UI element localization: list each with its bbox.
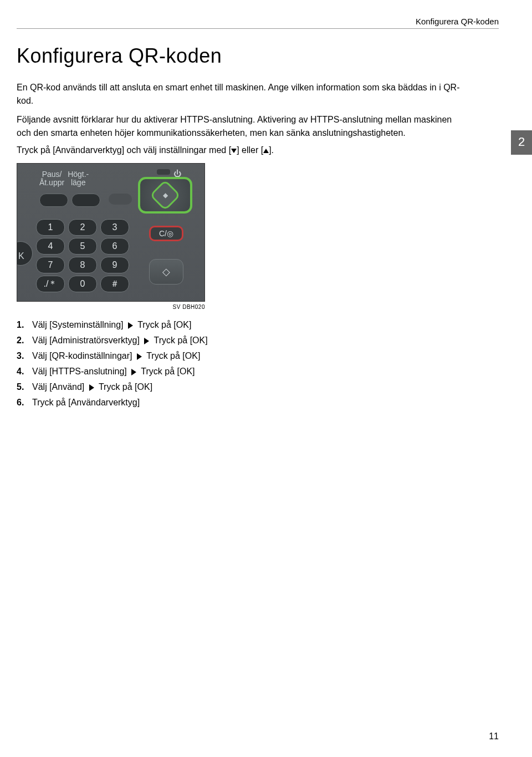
right-triangle-icon	[131, 369, 136, 375]
intro-paragraph-2: Följande avsnitt förklarar hur du aktive…	[17, 113, 460, 140]
intro-paragraph-1: En QR-kod används till att ansluta en sm…	[17, 81, 460, 108]
numeric-keypad: 1 2 3 4 5 6 7 8 9 ./＊ 0 ＃	[36, 219, 129, 292]
step-5-prefix: Välj [Använd]	[32, 382, 84, 392]
step-2: Välj [Administratörsverktyg] Tryck på [O…	[17, 336, 499, 346]
key-9: 9	[100, 257, 129, 273]
step-1-prefix: Välj [Systeminställning]	[32, 320, 124, 329]
steps-list: Välj [Systeminställning] Tryck på [OK] V…	[17, 320, 499, 408]
step-5: Välj [Använd] Tryck på [OK]	[17, 382, 499, 392]
label-hogt-l2: läge	[68, 179, 89, 187]
step-2-suffix: Tryck på [OK]	[154, 336, 207, 345]
key-star: ./＊	[36, 276, 65, 292]
key-3: 3	[100, 219, 129, 236]
right-triangle-icon	[144, 338, 149, 344]
step-4-prefix: Välj [HTTPS-anslutning]	[32, 367, 127, 376]
pill-button-2	[71, 194, 100, 207]
step-1: Välj [Systeminställning] Tryck på [OK]	[17, 320, 499, 330]
section-tab: 2	[511, 130, 532, 155]
step-3-suffix: Tryck på [OK]	[146, 351, 200, 360]
running-header: Konfigurera QR-koden	[17, 17, 499, 29]
clear-button-highlight: C/◎	[149, 226, 183, 241]
step-6-prefix: Tryck på [Användarverktyg]	[32, 398, 140, 407]
instruction-prefix: Tryck på [Användarverktyg] och välj inst…	[17, 145, 231, 155]
pill-button-1	[39, 194, 68, 207]
figure-caption: SV DBH020	[17, 304, 205, 310]
dpad-ok-button	[150, 180, 181, 211]
page-number: 11	[489, 731, 499, 741]
label-paus: Paus/ Åt.uppr	[39, 170, 64, 186]
right-triangle-icon	[137, 353, 142, 360]
step-5-suffix: Tryck på [OK]	[99, 382, 152, 392]
key-0: 0	[68, 276, 97, 292]
step-3-prefix: Välj [QR-kodinställningar]	[32, 351, 132, 360]
label-hogt: Högt.- läge	[68, 170, 89, 186]
up-arrow-icon	[263, 149, 269, 153]
led-indicator	[157, 169, 170, 175]
right-triangle-icon	[89, 384, 94, 391]
dpad-highlight	[138, 177, 192, 214]
page-title: Konfigurera QR-koden	[17, 44, 499, 68]
function-button	[109, 194, 132, 205]
key-4: 4	[36, 238, 65, 255]
step-2-prefix: Välj [Administratörsverktyg]	[32, 336, 140, 345]
step-6: Tryck på [Användarverktyg]	[17, 398, 499, 408]
step-4: Välj [HTTPS-anslutning] Tryck på [OK]	[17, 367, 499, 377]
key-7: 7	[36, 257, 65, 273]
step-4-suffix: Tryck på [OK]	[141, 367, 195, 376]
label-hogt-l1: Högt.-	[68, 170, 89, 179]
key-2: 2	[68, 219, 97, 236]
step-3: Välj [QR-kodinställningar] Tryck på [OK]	[17, 351, 499, 361]
instruction-suffix: ].	[269, 145, 274, 155]
key-5: 5	[68, 238, 97, 255]
key-8: 8	[68, 257, 97, 273]
key-1: 1	[36, 219, 65, 236]
label-paus-l2: Åt.uppr	[39, 179, 64, 187]
key-hash: ＃	[100, 276, 129, 292]
instruction-mid: ] eller [	[237, 145, 263, 155]
start-button: ◇	[149, 259, 183, 284]
right-triangle-icon	[128, 322, 133, 329]
down-arrow-icon	[231, 149, 237, 153]
key-6: 6	[100, 238, 129, 255]
step-1-suffix: Tryck på [OK]	[137, 320, 191, 329]
side-letter: K	[18, 251, 24, 261]
control-panel-figure: Paus/ Åt.uppr Högt.- läge ⏻ K 1 2 3 4 5 …	[17, 163, 205, 302]
label-paus-l1: Paus/	[39, 170, 64, 179]
instruction-line: Tryck på [Användarverktyg] och välj inst…	[17, 145, 499, 155]
